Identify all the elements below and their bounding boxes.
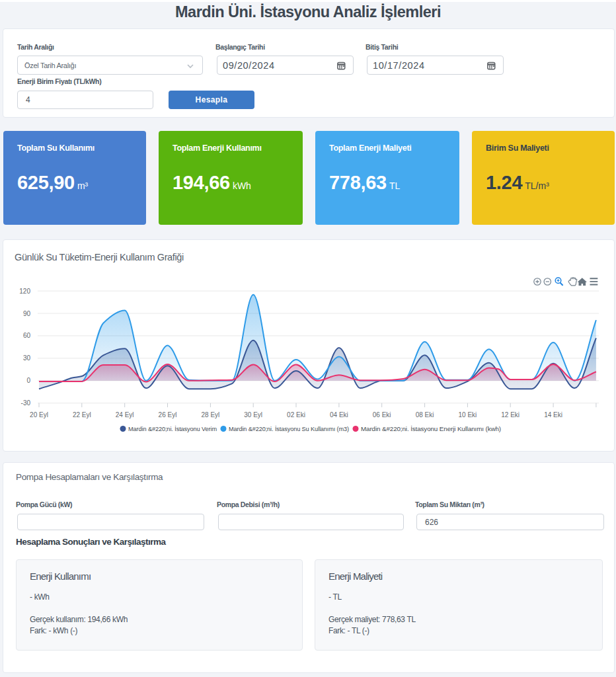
svg-text:12 Eki: 12 Eki <box>501 411 520 418</box>
svg-text:60: 60 <box>23 332 31 339</box>
svg-text:Mardin &#220;ni. İstasyonu Ene: Mardin &#220;ni. İstasyonu Enerji Kullan… <box>361 425 501 432</box>
svg-text:04 Eki: 04 Eki <box>330 411 348 418</box>
svg-text:28 Eyl: 28 Eyl <box>202 411 220 418</box>
svg-text:90: 90 <box>23 310 31 317</box>
svg-text:20 Eyl: 20 Eyl <box>30 411 48 418</box>
svg-text:14 Eki: 14 Eki <box>544 411 562 418</box>
svg-text:0: 0 <box>26 377 30 384</box>
svg-text:Mardin &#220;ni. İstasyonu Ver: Mardin &#220;ni. İstasyonu Verim <box>128 425 217 432</box>
svg-text:30 Eyl: 30 Eyl <box>244 411 262 418</box>
svg-text:24 Eyl: 24 Eyl <box>116 411 134 418</box>
svg-text:02 Eki: 02 Eki <box>287 411 305 418</box>
svg-text:26 Eyl: 26 Eyl <box>159 411 177 418</box>
svg-text:30: 30 <box>23 354 31 362</box>
svg-text:-30: -30 <box>21 399 31 407</box>
svg-text:Mardin &#220;ni. İstasyonu Su: Mardin &#220;ni. İstasyonu Su Kullanımı … <box>229 425 349 432</box>
svg-text:22 Eyl: 22 Eyl <box>73 411 91 418</box>
svg-text:120: 120 <box>19 288 30 295</box>
svg-text:08 Eki: 08 Eki <box>416 411 434 418</box>
svg-text:10 Eki: 10 Eki <box>459 411 477 418</box>
svg-text:06 Eki: 06 Eki <box>373 411 391 418</box>
